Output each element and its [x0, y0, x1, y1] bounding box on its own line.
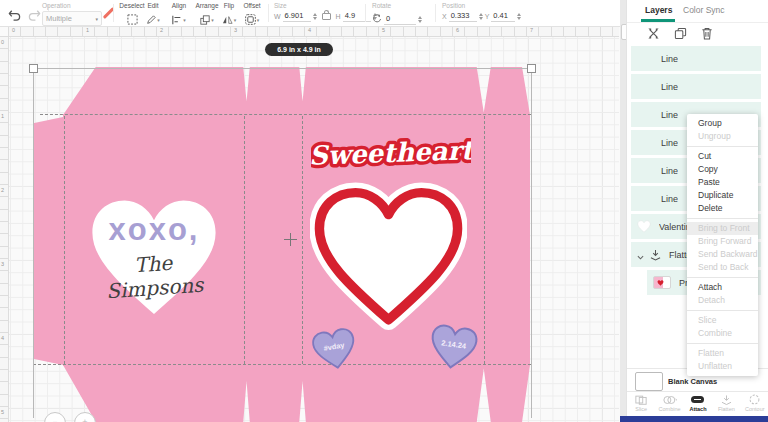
- toolbar: Operation Multiple ▾ Deselect Edit ▾ Ali…: [0, 0, 620, 27]
- flip-button[interactable]: Flip ▾: [220, 2, 238, 29]
- ruler-tick-label: 7: [530, 27, 533, 33]
- menu-item-copy[interactable]: Copy: [687, 163, 758, 176]
- blank-canvas-swatch[interactable]: [635, 372, 663, 391]
- ungroup-icon[interactable]: [647, 26, 661, 40]
- rotate-field[interactable]: 0: [384, 13, 416, 25]
- menu-item-duplicate[interactable]: Duplicate: [687, 189, 758, 202]
- duplicate-icon[interactable]: [674, 26, 688, 40]
- ruler-tick-label: 5: [1, 409, 4, 415]
- ruler-horizontal: 01234567: [8, 26, 619, 37]
- candy-heart-vday[interactable]: #vday: [308, 324, 361, 378]
- selection-size-badge: 6.9 in x 4.9 in: [265, 43, 333, 56]
- x-field[interactable]: 0.333: [449, 10, 477, 22]
- width-field[interactable]: 6.901: [283, 10, 311, 22]
- ruler-tick-label: 3: [1, 261, 4, 267]
- menu-item-attach[interactable]: Attach: [687, 281, 758, 294]
- layer-actions-bar: Slice Combine Attach Flatten Contour: [627, 392, 768, 416]
- menu-item-detach[interactable]: Detach: [687, 294, 758, 307]
- fold-line: [40, 114, 531, 115]
- menu-item-bring-to-front[interactable]: Bring to Front: [687, 222, 758, 235]
- slice-button[interactable]: Slice: [628, 394, 654, 412]
- operation-label: Operation: [42, 2, 102, 9]
- x-stepper[interactable]: [479, 13, 483, 20]
- linetype-color-swatch[interactable]: [98, 8, 110, 20]
- heart-icon: [637, 220, 651, 233]
- box-glue-tab[interactable]: [33, 117, 63, 365]
- layer-label: Line: [661, 194, 678, 204]
- width-label: W: [274, 13, 281, 20]
- position-label: Position: [442, 2, 521, 9]
- contour-button[interactable]: Contour: [742, 394, 768, 412]
- menu-item-bring-forward[interactable]: Bring Forward: [687, 235, 758, 248]
- menu-item-group[interactable]: Group: [687, 117, 758, 130]
- blank-canvas-label: Blank Canvas: [668, 377, 717, 386]
- heart-frame[interactable]: [310, 181, 467, 337]
- box-top-flap[interactable]: [63, 67, 530, 115]
- menu-item-send-to-back[interactable]: Send to Back: [687, 261, 758, 274]
- ruler-tick-label: 1: [86, 27, 89, 33]
- layer-label: Line: [661, 110, 678, 120]
- offset-button[interactable]: Offset ▾: [238, 2, 266, 29]
- cricut-design-space-window: Operation Multiple ▾ Deselect Edit ▾ Ali…: [0, 0, 768, 422]
- height-field[interactable]: 4.9: [343, 10, 371, 22]
- signature-text[interactable]: The Simpsons: [84, 247, 223, 304]
- y-label: Y: [485, 13, 490, 20]
- fold-line: [302, 116, 303, 364]
- selection-handle[interactable]: [29, 64, 38, 73]
- y-field[interactable]: 0.41: [491, 10, 515, 22]
- deselect-icon: [127, 11, 138, 29]
- chevron-down-icon[interactable]: [637, 246, 644, 264]
- offset-icon: [245, 11, 256, 29]
- attach-button[interactable]: Attach: [685, 394, 711, 412]
- ruler-tick-label: 0: [12, 27, 15, 33]
- slice-icon: [628, 394, 654, 405]
- lock-icon[interactable]: [322, 13, 331, 20]
- menu-item-paste[interactable]: Paste: [687, 176, 758, 189]
- operation-select[interactable]: Multiple ▾: [42, 11, 102, 26]
- width-stepper[interactable]: [313, 13, 317, 20]
- x-label: X: [442, 13, 447, 20]
- layer-tools: [627, 23, 768, 45]
- ruler-tick-label: 1: [1, 113, 4, 119]
- undo-icon[interactable]: [8, 7, 22, 21]
- rotate-group: Rotate 0: [372, 2, 422, 28]
- combine-button[interactable]: Combine: [657, 394, 683, 412]
- chevron-down-icon: ▾: [234, 17, 237, 23]
- y-stepper[interactable]: [517, 13, 521, 20]
- align-button[interactable]: Align ▾: [166, 2, 192, 29]
- flatten-group-icon: [650, 249, 661, 261]
- flatten-button[interactable]: Flatten: [713, 394, 739, 412]
- tab-layers[interactable]: Layers: [645, 5, 672, 15]
- menu-item-send-backward[interactable]: Send Backward: [687, 248, 758, 261]
- selection-border-left: [33, 68, 34, 418]
- menu-item-cut[interactable]: Cut: [687, 150, 758, 163]
- menu-item-flatten[interactable]: Flatten: [687, 347, 758, 360]
- selection-handle[interactable]: [527, 64, 536, 73]
- menu-item-slice[interactable]: Slice: [687, 314, 758, 327]
- ruler-tick-label: 0: [1, 39, 4, 45]
- layer-row-line[interactable]: Line: [631, 46, 761, 71]
- menu-item-delete[interactable]: Delete: [687, 202, 758, 215]
- sweetheart-title[interactable]: Sweetheart: [311, 132, 471, 180]
- tab-color-sync[interactable]: Color Sync: [683, 5, 725, 15]
- menu-item-combine[interactable]: Combine: [687, 327, 758, 340]
- layer-row-line[interactable]: Line: [631, 74, 761, 99]
- arrange-button[interactable]: Arrange ▾: [192, 2, 222, 29]
- xoxo-text[interactable]: xoxo,: [92, 212, 216, 248]
- candy-heart-date[interactable]: 2.14.24: [425, 321, 482, 378]
- chevron-down-icon: ▾: [211, 17, 214, 23]
- fold-line: [484, 116, 485, 364]
- ruler-tick-label: 4: [308, 27, 311, 33]
- menu-item-ungroup[interactable]: Ungroup: [687, 130, 758, 143]
- menu-divider: [687, 218, 758, 219]
- align-icon: [172, 11, 182, 29]
- size-label: Size: [274, 2, 377, 9]
- edit-button[interactable]: Edit ▾: [143, 2, 163, 29]
- menu-divider: [687, 146, 758, 147]
- operation-value: Multiple: [46, 14, 72, 23]
- context-menu: Group Ungroup Cut Copy Paste Duplicate D…: [687, 114, 758, 376]
- redo-icon[interactable]: [28, 7, 42, 21]
- trash-icon[interactable]: [701, 26, 715, 40]
- menu-item-unflatten[interactable]: Unflatten: [687, 360, 758, 373]
- rotate-stepper[interactable]: [418, 16, 422, 23]
